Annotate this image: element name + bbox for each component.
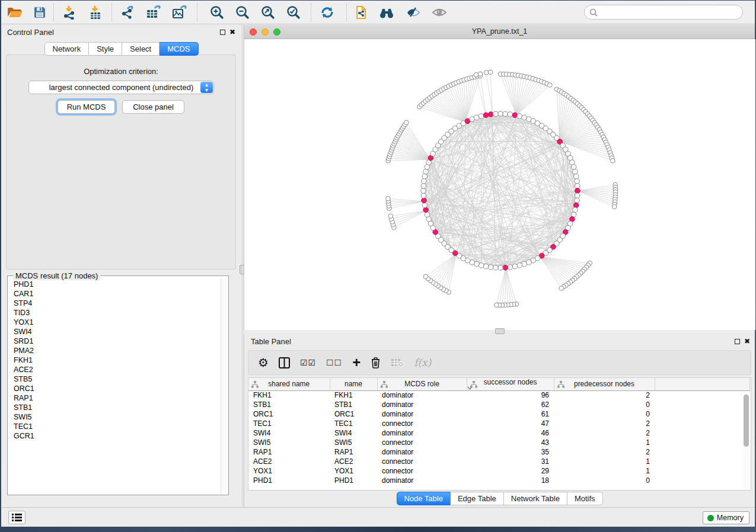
network-node[interactable] [423, 274, 428, 279]
table-cell[interactable]: RAP1 [248, 447, 330, 457]
table-cell[interactable]: 61 [467, 409, 554, 419]
table-cell[interactable]: SWI5 [248, 438, 330, 447]
table-cell[interactable]: ACE2 [330, 457, 377, 466]
mcds-node-item[interactable]: STB5 [8, 374, 221, 384]
mcds-node-item[interactable]: CAR1 [8, 289, 221, 299]
network-node[interactable] [421, 188, 426, 194]
table-cell[interactable]: dominator [377, 447, 467, 457]
table-cell[interactable]: dominator [377, 400, 467, 409]
mcds-node-item[interactable]: SWI4 [8, 327, 221, 336]
network-node[interactable] [421, 184, 426, 189]
function-builder-button[interactable]: f(x) [414, 355, 431, 370]
network-node[interactable] [508, 265, 513, 270]
table-cell[interactable]: connector [377, 466, 467, 476]
select-all-button[interactable]: ☑☑ [300, 355, 316, 370]
network-node[interactable] [498, 111, 503, 117]
table-cell[interactable]: YOX1 [330, 466, 377, 476]
network-node[interactable] [548, 83, 553, 88]
network-node[interactable] [611, 159, 615, 164]
table-cell[interactable]: dominator [377, 409, 467, 419]
network-node[interactable] [479, 114, 484, 119]
network-node[interactable] [479, 263, 484, 268]
mcds-node-item[interactable]: FKH1 [8, 355, 221, 365]
table-settings-button[interactable]: ⚙ [258, 355, 269, 370]
table-cell[interactable]: 0 [554, 409, 655, 419]
table-cell[interactable]: dominator [377, 476, 467, 485]
show-hide-graphics-button[interactable] [403, 3, 423, 22]
save-session-button[interactable] [30, 3, 50, 22]
table-cell[interactable]: TEC1 [248, 419, 330, 428]
mcds-node-item[interactable]: PHD1 [8, 280, 221, 289]
network-node-dominator[interactable] [503, 265, 508, 270]
zoom-in-button[interactable] [207, 3, 227, 22]
show-columns-button[interactable] [279, 355, 290, 370]
column-header-predecessor-nodes[interactable]: predecessor nodes [554, 378, 655, 390]
split-handle[interactable] [495, 328, 505, 334]
network-node[interactable] [612, 204, 617, 209]
column-header-MCDS-role[interactable]: MCDS role [377, 378, 467, 390]
network-node[interactable] [575, 198, 580, 203]
table-cell[interactable]: PHD1 [248, 476, 330, 485]
search-input[interactable] [601, 8, 742, 17]
zoom-out-button[interactable] [232, 3, 253, 22]
network-node[interactable] [575, 178, 580, 184]
network-node[interactable] [522, 261, 527, 267]
table-row[interactable]: SWI4SWI4dominator462 [248, 428, 750, 438]
table-cell[interactable]: dominator [377, 428, 467, 438]
network-node[interactable] [423, 169, 429, 174]
table-cell[interactable]: 1 [554, 457, 655, 466]
network-node[interactable] [386, 197, 391, 201]
network-node-dominator[interactable] [422, 198, 427, 203]
table-cell[interactable]: STB1 [248, 400, 330, 409]
table-row[interactable]: YOX1YOX1connector291 [248, 466, 750, 476]
criterion-dropdown[interactable]: largest connected component (undirected)… [28, 81, 214, 94]
table-cell[interactable]: 2 [554, 419, 655, 428]
network-node[interactable] [388, 214, 393, 219]
network-node[interactable] [493, 111, 499, 117]
table-cell[interactable]: SWI4 [330, 428, 377, 438]
deselect-all-button[interactable]: ☐☐ [326, 355, 342, 370]
table-cell[interactable]: SWI4 [248, 428, 330, 438]
table-cell[interactable]: SWI5 [330, 438, 377, 447]
tab-node-table[interactable]: Node Table [396, 492, 451, 505]
network-node[interactable] [422, 203, 428, 208]
table-cell[interactable]: connector [377, 438, 467, 447]
memory-button[interactable]: Memory [703, 511, 749, 524]
mcds-node-item[interactable]: RAP1 [8, 393, 221, 403]
mcds-node-item[interactable]: ORC1 [8, 384, 221, 393]
table-cell[interactable]: YOX1 [248, 466, 330, 476]
import-network-button[interactable] [59, 3, 79, 22]
export-table-button[interactable] [143, 3, 164, 22]
import-table-button[interactable] [85, 3, 106, 22]
network-node[interactable] [495, 303, 499, 307]
network-node[interactable] [508, 112, 513, 117]
tab-style[interactable]: Style [89, 42, 122, 56]
column-header-shared-name[interactable]: shared name [248, 378, 330, 390]
network-node[interactable] [484, 70, 489, 75]
table-cell[interactable]: STB1 [330, 400, 377, 409]
table-cell[interactable]: FKH1 [330, 390, 377, 400]
tab-mcds[interactable]: MCDS [160, 42, 198, 56]
network-node[interactable] [512, 264, 518, 269]
mcds-node-item[interactable]: PMA2 [8, 346, 221, 355]
table-cell[interactable]: FKH1 [248, 390, 330, 400]
network-node-dominator[interactable] [423, 207, 429, 213]
table-row[interactable]: ORC1ORC1dominator610 [248, 409, 750, 419]
network-node-dominator[interactable] [483, 113, 489, 118]
tab-motifs[interactable]: Motifs [567, 492, 603, 505]
table-cell[interactable]: 1 [554, 466, 655, 476]
network-node[interactable] [474, 72, 479, 77]
float-panel-icon[interactable] [735, 339, 740, 344]
table-cell[interactable]: connector [377, 457, 467, 466]
zoom-selected-button[interactable] [283, 3, 304, 22]
zoom-fit-button[interactable] [258, 3, 278, 22]
network-node[interactable] [488, 265, 493, 270]
table-cell[interactable]: ORC1 [330, 409, 377, 419]
refresh-view-button[interactable] [317, 3, 337, 22]
mcds-node-item[interactable]: STP4 [8, 299, 221, 308]
table-cell[interactable]: 96 [467, 390, 554, 400]
network-node[interactable] [573, 207, 578, 213]
network-node[interactable] [573, 169, 578, 174]
network-node[interactable] [571, 165, 576, 170]
table-row[interactable]: PHD1PHD1dominator180 [248, 476, 750, 485]
